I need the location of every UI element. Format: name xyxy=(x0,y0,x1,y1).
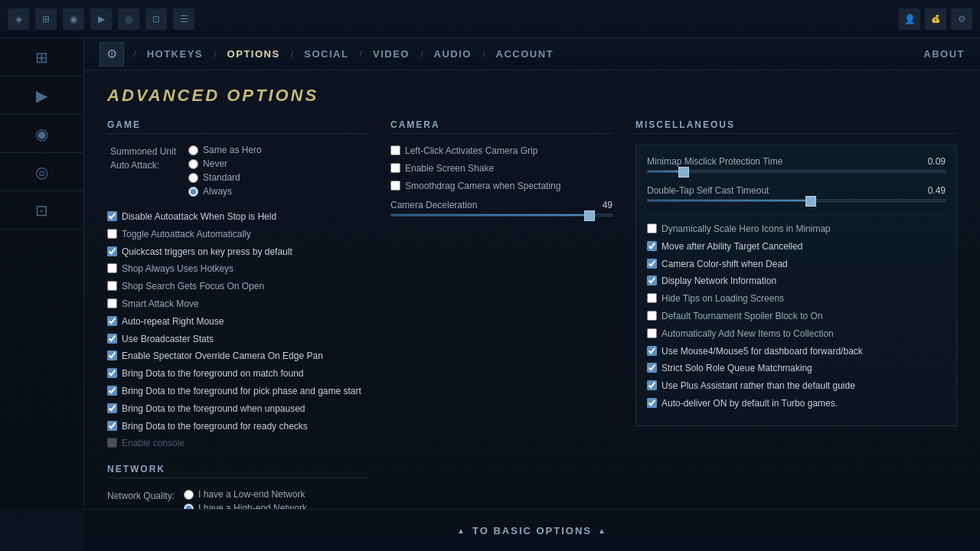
misc-checkbox-label-10: Auto-deliver ON by default in Turbo game… xyxy=(662,397,838,410)
game-checkbox-0[interactable] xyxy=(107,211,117,221)
game-checkbox-row-11[interactable]: Bring Dota to the foreground when unpaus… xyxy=(107,403,368,416)
left-sidebar: ⊞ ▶ ◉ ◎ ⊡ xyxy=(0,38,84,509)
top-bar-profile[interactable]: 👤 xyxy=(899,8,920,30)
misc-checkbox-9[interactable] xyxy=(647,380,657,390)
game-checkbox-label-13: Enable console xyxy=(122,437,185,450)
misc-checkbox-2[interactable] xyxy=(647,259,657,269)
game-checkbox-6[interactable] xyxy=(107,316,117,326)
nav-sep-4: / xyxy=(419,48,425,60)
arrow-left-icon: ▲ xyxy=(457,527,466,535)
misc-checkbox-row-0[interactable]: Dynamically Scale Hero Icons in Minimap xyxy=(647,223,946,236)
misc-checkbox-3[interactable] xyxy=(647,276,657,285)
to-basic-button[interactable]: ▲ TO BASIC OPTIONS ▲ xyxy=(457,525,607,536)
game-checkbox-2[interactable] xyxy=(107,246,117,256)
camera-decel-value: 49 xyxy=(603,200,612,210)
misc-checkbox-row-8[interactable]: Strict Solo Role Queue Matchmaking xyxy=(647,362,946,375)
misc-checkbox-row-9[interactable]: Use Plus Assistant rather than the defau… xyxy=(647,380,946,393)
misc-checkbox-10[interactable] xyxy=(647,398,657,408)
top-bar-icon-4: ▶ xyxy=(90,8,112,30)
game-checkbox-label-3: Shop Always Uses Hotkeys xyxy=(122,262,234,276)
misc-checkbox-row-6[interactable]: Automatically Add New Items to Collectio… xyxy=(647,328,946,341)
game-checkbox-row-5[interactable]: Smart Attack Move xyxy=(107,298,368,311)
game-checkbox-row-12[interactable]: Bring Dota to the foreground for ready c… xyxy=(107,420,368,433)
camera-checkbox-row-2[interactable]: Smoothdrag Camera when Spectating xyxy=(390,180,612,193)
misc-checkbox-row-3[interactable]: Display Network Information xyxy=(647,275,946,288)
game-checkbox-row-13[interactable]: Enable console xyxy=(107,437,368,450)
camera-checkbox-0[interactable] xyxy=(390,145,400,155)
camera-decel-track[interactable] xyxy=(390,214,612,217)
radio-never[interactable]: Never xyxy=(188,158,262,169)
game-checkbox-row-4[interactable]: Shop Search Gets Focus On Open xyxy=(107,280,368,293)
camera-checkbox-2[interactable] xyxy=(390,181,400,191)
game-checkbox-row-1[interactable]: Toggle Autoattack Automatically xyxy=(107,228,368,241)
camera-checkbox-row-1[interactable]: Enable Screen Shake xyxy=(390,162,612,175)
minimap-thumb[interactable] xyxy=(678,167,689,178)
misc-checkbox-1[interactable] xyxy=(647,241,657,251)
misc-checkbox-0[interactable] xyxy=(647,223,657,233)
game-checkbox-1[interactable] xyxy=(107,229,117,239)
game-checkbox-5[interactable] xyxy=(107,298,117,308)
misc-checkbox-row-2[interactable]: Camera Color-shift when Dead xyxy=(647,258,946,271)
game-checkbox-8[interactable] xyxy=(107,350,117,360)
summoned-unit-group: Summoned UnitAuto Attack: Same as Hero N… xyxy=(107,145,368,200)
camera-checkbox-1[interactable] xyxy=(390,163,400,173)
game-checkbox-13[interactable] xyxy=(107,438,117,448)
misc-checkbox-7[interactable] xyxy=(647,346,657,356)
misc-checkbox-label-1: Move after Ability Target Cancelled xyxy=(662,240,803,253)
sidebar-icon-home[interactable]: ⊞ xyxy=(0,38,83,77)
game-checkbox-row-9[interactable]: Bring Dota to the foreground on match fo… xyxy=(107,367,368,380)
top-bar-icon-3: ◉ xyxy=(63,8,84,30)
sidebar-icon-store[interactable]: ⊡ xyxy=(0,191,83,230)
nav-item-hotkeys[interactable]: HOTKEYS xyxy=(138,48,212,60)
misc-checkbox-4[interactable] xyxy=(647,293,657,303)
nav-item-options[interactable]: OPTIONS xyxy=(218,48,289,60)
game-checkbox-row-2[interactable]: Quickcast triggers on key press by defau… xyxy=(107,246,368,259)
self-cast-track[interactable] xyxy=(647,199,946,202)
misc-checkbox-5[interactable] xyxy=(647,311,657,321)
self-cast-value: 0.49 xyxy=(928,185,946,196)
sidebar-icon-learn[interactable]: ◎ xyxy=(0,153,83,191)
camera-checkbox-label-2: Smoothdrag Camera when Spectating xyxy=(405,180,560,193)
game-checkbox-9[interactable] xyxy=(107,368,117,378)
game-checkbox-row-0[interactable]: Disable Autoattack When Stop is Held xyxy=(107,210,368,223)
game-checkbox-7[interactable] xyxy=(107,334,117,344)
misc-checkbox-8[interactable] xyxy=(647,363,657,373)
radio-standard[interactable]: Standard xyxy=(188,172,262,183)
misc-checkbox-row-7[interactable]: Use Mouse4/Mouse5 for dashboard forward/… xyxy=(647,345,946,358)
nav-item-video[interactable]: VIDEO xyxy=(364,48,419,60)
misc-checkbox-6[interactable] xyxy=(647,328,657,338)
top-bar-settings[interactable]: ⚙ xyxy=(951,8,972,30)
misc-checkbox-row-5[interactable]: Default Tournament Spoiler Block to On xyxy=(647,310,946,323)
sidebar-icon-play[interactable]: ▶ xyxy=(0,77,83,115)
game-checkbox-12[interactable] xyxy=(107,421,117,431)
game-checkbox-3[interactable] xyxy=(107,263,117,273)
game-checkbox-row-7[interactable]: Use Broadcaster Stats xyxy=(107,333,368,346)
game-checkbox-row-8[interactable]: Enable Spectator Override Camera On Edge… xyxy=(107,350,368,363)
game-checkbox-4[interactable] xyxy=(107,281,117,291)
nav-item-audio[interactable]: AUDIO xyxy=(425,48,481,60)
radio-low-end[interactable]: I have a Low-end Network xyxy=(184,489,307,500)
camera-checkbox-row-0[interactable]: Left-Click Activates Camera Grip xyxy=(390,145,612,158)
camera-decel-fill xyxy=(391,214,590,216)
misc-checkbox-row-10[interactable]: Auto-deliver ON by default in Turbo game… xyxy=(647,397,946,410)
game-checkbox-10[interactable] xyxy=(107,386,117,396)
nav-item-social[interactable]: SOCIAL xyxy=(295,48,358,60)
self-cast-thumb[interactable] xyxy=(805,196,816,207)
radio-high-end[interactable]: I have a High-end Network xyxy=(184,503,307,509)
camera-decel-thumb[interactable] xyxy=(584,210,595,221)
nav-about[interactable]: ABOUT xyxy=(923,48,965,60)
game-checkboxes: Disable Autoattack When Stop is HeldTogg… xyxy=(107,210,368,450)
game-checkbox-row-6[interactable]: Auto-repeat Right Mouse xyxy=(107,315,368,328)
misc-checkbox-row-4[interactable]: Hide Tips on Loading Screens xyxy=(647,292,946,305)
radio-same-as-hero[interactable]: Same as Hero xyxy=(188,145,262,155)
top-bar: ◈ ⊞ ◉ ▶ ◎ ⊡ ☰ 👤 💰 ⚙ xyxy=(0,0,980,38)
radio-always[interactable]: Always xyxy=(188,186,262,197)
sidebar-icon-watch[interactable]: ◉ xyxy=(0,115,83,153)
game-checkbox-row-3[interactable]: Shop Always Uses Hotkeys xyxy=(107,262,368,276)
game-checkbox-11[interactable] xyxy=(107,403,117,413)
nav-item-account[interactable]: ACCOUNT xyxy=(487,48,564,60)
minimap-track[interactable] xyxy=(647,170,946,173)
game-checkbox-row-10[interactable]: Bring Dota to the foreground for pick ph… xyxy=(107,385,368,398)
self-cast-label: Double-Tap Self Cast Timeout xyxy=(647,185,769,196)
misc-checkbox-row-1[interactable]: Move after Ability Target Cancelled xyxy=(647,240,946,253)
